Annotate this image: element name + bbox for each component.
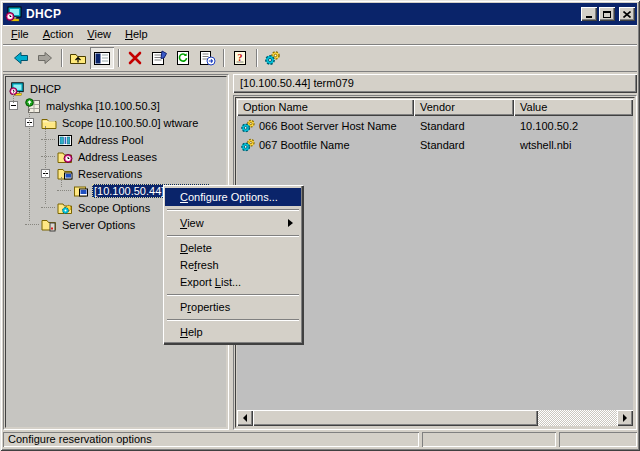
option-value: 10.100.50.2: [514, 120, 633, 132]
maximize-button[interactable]: [599, 7, 615, 21]
tree-item-label: Address Leases: [76, 150, 159, 164]
title-bar[interactable]: DHCP: [3, 3, 637, 25]
dhcp-app-icon: [5, 6, 23, 22]
menu-file[interactable]: File: [4, 26, 36, 43]
menu-bar: File Action View Help: [3, 25, 637, 45]
close-button[interactable]: [619, 7, 635, 21]
tree-item-scope[interactable]: Scope [10.100.50.0] wtware: [6, 114, 226, 131]
back-button[interactable]: [9, 47, 33, 69]
column-header-value[interactable]: Value: [514, 99, 633, 116]
context-menu-item-configure-options[interactable]: Configure Options...: [165, 188, 301, 206]
tree-item-label: malyshka [10.100.50.3]: [44, 99, 162, 113]
menu-separator: [167, 235, 299, 236]
result-pane-banner: [10.100.50.44] term079: [233, 74, 637, 93]
window-title: DHCP: [26, 7, 61, 21]
option-vendor: Standard: [414, 120, 514, 132]
status-bar: Configure reservation options: [3, 430, 637, 448]
scope-options-icon: [57, 200, 73, 216]
export-list-button[interactable]: [195, 47, 219, 69]
dhcp-console-icon: [9, 81, 25, 97]
menu-separator: [167, 209, 299, 210]
configure-options-gears-icon: [264, 50, 282, 66]
help-button[interactable]: ?: [228, 47, 252, 69]
maximize-icon: [603, 11, 611, 18]
context-menu: Configure Options... View Delete Refresh…: [163, 185, 303, 344]
option-vendor: Standard: [414, 139, 514, 151]
menu-view[interactable]: View: [80, 26, 118, 43]
status-panel: [559, 432, 637, 447]
context-menu-item-refresh[interactable]: Refresh: [165, 257, 301, 274]
tree-item-label: Reservations: [76, 167, 144, 181]
submenu-arrow-icon: [288, 219, 293, 227]
option-row-066[interactable]: 066 Boot Server Host Name Standard 10.10…: [237, 116, 633, 135]
toolbar-separator: [223, 49, 224, 67]
reservation-icon: [73, 183, 89, 199]
tree-item-reservations[interactable]: Reservations: [6, 165, 226, 182]
menu-separator: [167, 294, 299, 295]
tree-connector-line: [13, 92, 14, 103]
tree-item-dhcp-root[interactable]: DHCP: [6, 80, 226, 97]
export-list-icon: [199, 50, 216, 66]
tree-item-label: Address Pool: [76, 133, 145, 147]
tree-item-address-leases[interactable]: Address Leases: [6, 148, 226, 165]
up-one-level-icon: [69, 50, 87, 66]
tree-item-address-pool[interactable]: Address Pool: [6, 131, 226, 148]
option-gears-icon: [240, 137, 257, 153]
status-message: Configure reservation options: [3, 432, 419, 447]
tree-connector: [41, 156, 55, 157]
option-value: wtshell.nbi: [514, 139, 633, 151]
tree-connector: [41, 207, 55, 208]
tree-connector: [57, 190, 71, 191]
properties-button[interactable]: [147, 47, 171, 69]
context-menu-item-export-list[interactable]: Export List...: [165, 274, 301, 291]
tree-connector: [25, 224, 39, 225]
context-menu-item-help[interactable]: Help: [165, 324, 301, 341]
delete-button[interactable]: [123, 47, 147, 69]
tree-connector: [41, 139, 55, 140]
delete-icon: [128, 51, 142, 65]
minimize-icon: [586, 16, 592, 18]
show-hide-console-tree-icon: [94, 52, 110, 65]
tree-connector-line: [61, 177, 62, 187]
up-one-level-button[interactable]: [66, 47, 90, 69]
horizontal-scrollbar[interactable]: [237, 410, 633, 426]
tree-item-label: Scope [10.100.50.0] wtware: [60, 116, 200, 130]
menu-action[interactable]: Action: [36, 26, 81, 43]
toolbar-separator: [256, 49, 257, 67]
context-menu-item-properties[interactable]: Properties: [165, 299, 301, 316]
refresh-button[interactable]: [171, 47, 195, 69]
console-client-area: DHCP: [3, 72, 637, 430]
help-icon: ?: [232, 50, 248, 66]
forward-button[interactable]: [33, 47, 57, 69]
menu-help[interactable]: Help: [118, 26, 155, 43]
context-menu-item-delete[interactable]: Delete: [165, 240, 301, 257]
tree-item-label: Scope Options: [76, 201, 152, 215]
folder-icon: [41, 115, 57, 131]
tree-item-server-malyshka[interactable]: malyshka [10.100.50.3]: [6, 97, 226, 114]
svg-text:?: ?: [238, 52, 243, 63]
scroll-right-button[interactable]: [617, 410, 633, 426]
scroll-left-button[interactable]: [237, 410, 253, 426]
toolbar-separator: [61, 49, 62, 67]
option-name: 066 Boot Server Host Name: [259, 120, 397, 132]
toolbar-separator: [118, 49, 119, 67]
tree-connector-line: [29, 109, 30, 221]
refresh-icon: [175, 50, 191, 66]
option-name: 067 Bootfile Name: [259, 139, 350, 151]
minimize-button[interactable]: [581, 7, 597, 21]
status-panel: [422, 432, 556, 447]
option-row-067[interactable]: 067 Bootfile Name Standard wtshell.nbi: [237, 135, 633, 154]
show-hide-console-tree-button[interactable]: [90, 47, 114, 69]
dhcp-mmc-window: DHCP File Action View Help: [0, 0, 640, 451]
column-headers: Option Name Vendor Value: [237, 99, 633, 116]
option-gears-icon: [240, 118, 257, 134]
scroll-left-icon: [243, 414, 247, 422]
column-header-option-name[interactable]: Option Name: [237, 99, 414, 116]
server-options-icon: [41, 217, 57, 233]
column-header-vendor[interactable]: Vendor: [414, 99, 514, 116]
scrollbar-thumb[interactable]: [253, 410, 538, 426]
context-menu-item-view[interactable]: View: [165, 214, 301, 232]
configure-options-button[interactable]: [261, 47, 285, 69]
tree-item-label: DHCP: [28, 82, 63, 96]
address-pool-icon: [57, 132, 73, 148]
